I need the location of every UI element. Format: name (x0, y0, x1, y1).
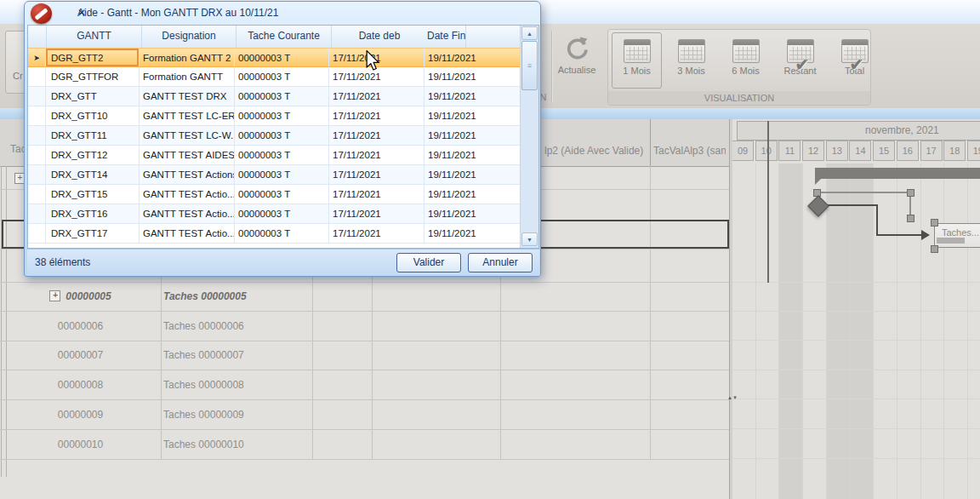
task-row[interactable]: 00000010 Taches 00000010 (0, 430, 729, 460)
cell-tache-courante[interactable]: 00000003 T (235, 185, 329, 204)
cell-tache-courante[interactable]: 00000003 T (235, 67, 329, 87)
grid-row[interactable]: ➤ DGR_GTT2 Formation GANTT 2 00000003 T … (28, 48, 521, 67)
col-header-date-deb[interactable]: Date deb (332, 26, 427, 48)
annuler-button[interactable]: Annuler (468, 253, 533, 272)
cell-gantt[interactable]: DRX_GTT17 (46, 224, 140, 244)
col-header-tacvalalp2[interactable]: lp2 (Aide Avec Valide) (544, 145, 643, 157)
gantt-day-cell[interactable]: 12 (802, 141, 826, 161)
cell-designation[interactable]: GANTT TEST LC-W... (140, 126, 235, 146)
cell-designation[interactable]: Formation GANTT 2 (140, 48, 235, 67)
visualisation-button[interactable]: ✔ 3 Mois (666, 32, 716, 89)
grid-row[interactable]: DRX_GTT10 GANTT TEST LC-ER... 00000003 T… (28, 106, 521, 126)
col-header-gantt[interactable]: GANTT (47, 26, 142, 48)
grid-row[interactable]: DRX_GTT17 GANTT TEST Actio... 00000003 T… (28, 224, 521, 244)
task-row[interactable]: +00000005 Taches 00000005 (0, 282, 729, 312)
grid-row[interactable]: DRX_GTT GANTT TEST DRX 00000003 T 17/11/… (28, 87, 521, 106)
cell-date-fin[interactable]: 19/11/2021 (424, 165, 521, 185)
cell-designation[interactable]: GANTT TEST Actions (140, 165, 235, 185)
cell-tache-courante[interactable]: 00000003 T (235, 126, 329, 146)
cell-tache-courante[interactable]: 00000003 T (235, 165, 329, 185)
cell-designation[interactable]: GANTT TEST Actio... (140, 224, 235, 244)
grid-row[interactable]: DGR_GTTFOR Formation GANTT 00000003 T 17… (28, 67, 521, 87)
valider-button[interactable]: Valider (396, 253, 461, 272)
task-row[interactable]: 00000008 Taches 00000008 (0, 370, 729, 400)
splitter-arrows-icon[interactable]: ▲▼ (727, 395, 735, 401)
cell-tache-courante[interactable]: 00000003 T (235, 106, 329, 126)
cell-date-deb[interactable]: 17/11/2021 (329, 106, 424, 126)
connector-handle[interactable] (907, 215, 914, 222)
visualisation-button[interactable]: ✔ Restant (775, 32, 825, 89)
cell-designation[interactable]: GANTT TEST DRX (140, 87, 235, 106)
close-icon[interactable]: ✕ (77, 7, 533, 19)
cell-tache-courante[interactable]: 00000003 T (235, 204, 329, 224)
col-header-designation[interactable]: Designation (142, 26, 236, 48)
col-header-tacvalalp3[interactable]: TacValAlp3 (san (653, 145, 726, 157)
grid-row[interactable]: DRX_GTT11 GANTT TEST LC-W... 00000003 T … (28, 126, 521, 146)
gantt-summary-bar[interactable] (815, 168, 980, 179)
gantt-day-cell[interactable]: 15 (873, 141, 897, 161)
cell-gantt[interactable]: DRX_GTT12 (46, 146, 140, 165)
visualisation-button[interactable]: ✔ 6 Mois (721, 32, 771, 89)
cell-date-deb[interactable]: 17/11/2021 (329, 204, 424, 224)
row-expander-icon[interactable]: + (49, 290, 60, 301)
visualisation-button[interactable]: ✔ Total (829, 32, 880, 89)
col-header-tache-courante[interactable]: Tache Courante (236, 26, 332, 48)
gantt-day-cell[interactable]: 19 (967, 141, 980, 161)
visualisation-button[interactable]: ✔ 1 Mois (612, 32, 662, 89)
col-header-date-fin[interactable]: Date Fin (427, 26, 466, 48)
gantt-day-cell[interactable]: 16 (897, 141, 920, 161)
cell-date-deb[interactable]: 17/11/2021 (329, 146, 424, 165)
cell-date-fin[interactable]: 19/11/2021 (424, 126, 521, 146)
dialog-scrollbar[interactable]: ▲ ≡ ▼ (520, 26, 538, 248)
actualise-button[interactable]: Actualise (550, 34, 604, 90)
cell-designation[interactable]: GANTT TEST Actio... (140, 185, 235, 204)
gantt-day-cell[interactable]: 14 (849, 141, 873, 161)
task-row[interactable]: 00000006 Taches 00000006 (0, 312, 729, 341)
cell-date-fin[interactable]: 19/11/2021 (424, 87, 521, 106)
cell-designation[interactable]: Formation GANTT (140, 67, 235, 87)
cell-gantt[interactable]: DRX_GTT (46, 87, 140, 106)
cell-date-deb[interactable]: 17/11/2021 (329, 224, 424, 244)
cell-gantt[interactable]: DRX_GTT16 (46, 204, 140, 224)
cell-designation[interactable]: GANTT TEST LC-ER... (140, 106, 235, 126)
connector-handle[interactable] (907, 189, 914, 197)
cell-gantt[interactable]: DRX_GTT14 (46, 165, 140, 185)
scroll-up-icon[interactable]: ▲ (521, 26, 538, 40)
cell-date-fin[interactable]: 19/11/2021 (424, 185, 521, 204)
cell-date-fin[interactable]: 19/11/2021 (424, 106, 521, 126)
cell-tache-courante[interactable]: 00000003 T (235, 146, 329, 165)
grid-row[interactable]: DRX_GTT14 GANTT TEST Actions 00000003 T … (28, 165, 521, 185)
cell-date-fin[interactable]: 19/11/2021 (424, 204, 521, 224)
grid-row[interactable]: DRX_GTT12 GANTT TEST AIDES 00000003 T 17… (28, 146, 521, 165)
cell-gantt[interactable]: DGR_GTTFOR (46, 67, 140, 87)
cell-tache-courante[interactable]: 00000003 T (235, 224, 329, 244)
gantt-day-cell[interactable]: 11 (778, 141, 802, 161)
task-row[interactable]: 00000009 Taches 00000009 (0, 400, 729, 430)
gantt-day-cell[interactable]: 13 (826, 141, 850, 161)
cell-date-fin[interactable]: 19/11/2021 (424, 48, 521, 67)
scroll-thumb[interactable]: ≡ (521, 41, 538, 90)
task-row[interactable]: 00000007 Taches 00000007 (0, 341, 729, 371)
cell-gantt[interactable]: DRX_GTT11 (46, 126, 140, 146)
cell-tache-courante[interactable]: 00000003 T (235, 87, 329, 106)
task-handle[interactable] (931, 219, 938, 227)
cell-date-deb[interactable]: 17/11/2021 (329, 126, 424, 146)
grid-row[interactable]: DRX_GTT16 GANTT TEST Actio... 00000003 T… (28, 204, 521, 224)
task-handle[interactable] (931, 245, 938, 253)
cell-tache-courante[interactable]: 00000003 T (235, 48, 329, 67)
cell-date-fin[interactable]: 19/11/2021 (424, 67, 521, 87)
cell-designation[interactable]: GANTT TEST AIDES (140, 146, 235, 165)
cell-gantt[interactable]: DRX_GTT15 (46, 185, 140, 204)
cell-date-fin[interactable]: 19/11/2021 (424, 146, 521, 165)
gantt-day-cell[interactable]: 09 (732, 141, 755, 161)
cell-date-deb[interactable]: 17/11/2021 (329, 87, 424, 106)
cell-designation[interactable]: GANTT TEST Actio... (140, 204, 235, 224)
cell-date-deb[interactable]: 17/11/2021 (329, 185, 424, 204)
dialog-titlebar[interactable]: Aide - Gantt - Mon GANTT DRX au 10/11/21… (25, 2, 540, 24)
cell-date-fin[interactable]: 19/11/2021 (424, 224, 521, 244)
cell-gantt[interactable]: DRX_GTT10 (46, 106, 140, 126)
grid-row[interactable]: DRX_GTT15 GANTT TEST Actio... 00000003 T… (28, 185, 521, 204)
cell-date-deb[interactable]: 17/11/2021 (329, 165, 424, 185)
gantt-day-cell[interactable]: 18 (943, 141, 967, 161)
gantt-day-cell[interactable]: 17 (920, 141, 944, 161)
